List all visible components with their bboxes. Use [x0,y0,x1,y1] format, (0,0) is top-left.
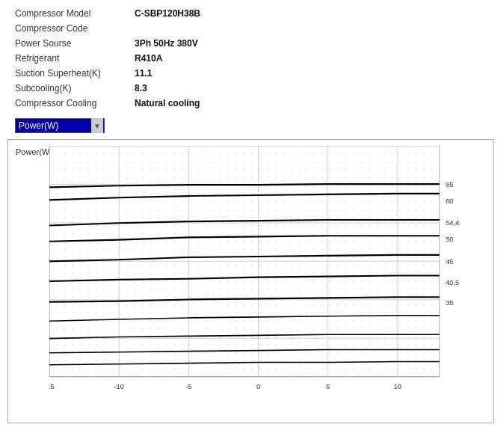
label-subcooling: Subcooling(K) [15,83,135,93]
svg-text:35: 35 [446,298,453,307]
row-compressor-model: Compressor Model C-SBP120H38B [15,6,486,21]
row-subcooling: Subcooling(K) 8.3 [15,81,486,96]
svg-text:0: 0 [256,382,260,390]
svg-text:50: 50 [446,235,453,243]
value-compressor-model: C-SBP120H38B [135,8,200,19]
svg-text:40,5: 40,5 [446,278,459,286]
svg-text:45: 45 [446,257,453,265]
label-compressor-model: Compressor Model [15,8,135,19]
label-suction-superheat: Suction Superheat(K) [15,68,135,79]
svg-text:60: 60 [446,197,453,205]
chart-svg: 5000 4500 4000 3500 3000 2500 2000 -15 -… [49,146,463,393]
row-refrigerant: Refrigerant R410A [15,51,486,66]
label-compressor-cooling: Compressor Cooling [15,98,135,108]
row-compressor-code: Compressor Code [15,21,486,36]
svg-text:54,4: 54,4 [446,218,459,227]
svg-text:-5: -5 [185,382,191,390]
label-refrigerant: Refrigerant [15,53,135,64]
svg-text:-15: -15 [49,382,55,390]
chart-canvas: 5000 4500 4000 3500 3000 2500 2000 -15 -… [49,146,463,393]
row-power-source: Power Sourse 3Ph 50Hz 380V [15,36,486,51]
value-refrigerant: R410A [135,53,162,64]
info-table: Compressor Model C-SBP120H38B Compressor… [0,0,501,114]
label-power-source: Power Sourse [15,38,135,49]
dropdown-row: Power(W) Current(A) EER Capacity(W) ▼ [0,114,501,136]
chart-type-dropdown[interactable]: Power(W) Current(A) EER Capacity(W) [15,118,105,133]
value-suction-superheat: 11.1 [135,68,152,79]
svg-text:5: 5 [326,382,330,390]
chart-container: Power(W) [7,139,494,423]
row-compressor-cooling: Compressor Cooling Natural cooling [15,96,486,111]
y-axis-label: Power(W) [16,147,52,156]
value-subcooling: 8.3 [135,83,147,93]
chart-inner: Power(W) [8,140,493,423]
svg-text:65: 65 [446,180,453,188]
value-compressor-cooling: Natural cooling [135,98,200,108]
dropdown-wrapper[interactable]: Power(W) Current(A) EER Capacity(W) ▼ [15,118,105,133]
svg-text:-10: -10 [114,382,124,390]
svg-text:10: 10 [394,382,402,390]
label-compressor-code: Compressor Code [15,23,135,34]
value-power-source: 3Ph 50Hz 380V [135,38,198,49]
row-suction-superheat: Suction Superheat(K) 11.1 [15,66,486,81]
